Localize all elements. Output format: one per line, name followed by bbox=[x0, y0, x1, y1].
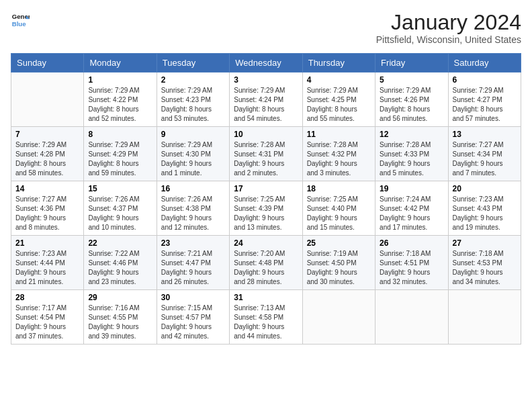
day-info: Sunrise: 7:18 AM Sunset: 4:53 PM Dayligh… bbox=[453, 249, 517, 287]
day-number: 12 bbox=[380, 130, 443, 139]
calendar-week-row: 7Sunrise: 7:29 AM Sunset: 4:28 PM Daylig… bbox=[11, 127, 521, 181]
weekday-header: Monday bbox=[84, 54, 157, 73]
day-info: Sunrise: 7:25 AM Sunset: 4:39 PM Dayligh… bbox=[234, 195, 298, 232]
calendar-cell: 13Sunrise: 7:27 AM Sunset: 4:34 PM Dayli… bbox=[448, 127, 521, 181]
day-info: Sunrise: 7:15 AM Sunset: 4:57 PM Dayligh… bbox=[161, 304, 225, 341]
day-info: Sunrise: 7:27 AM Sunset: 4:36 PM Dayligh… bbox=[15, 195, 79, 232]
calendar-cell: 7Sunrise: 7:29 AM Sunset: 4:28 PM Daylig… bbox=[11, 127, 84, 181]
day-number: 27 bbox=[453, 238, 517, 248]
day-number: 17 bbox=[234, 184, 298, 193]
calendar-cell: 25Sunrise: 7:19 AM Sunset: 4:50 PM Dayli… bbox=[302, 236, 375, 290]
weekday-header: Tuesday bbox=[157, 54, 229, 73]
calendar-header: SundayMondayTuesdayWednesdayThursdayFrid… bbox=[11, 54, 521, 73]
calendar-cell: 27Sunrise: 7:18 AM Sunset: 4:53 PM Dayli… bbox=[448, 236, 521, 290]
location-label: Pittsfield, Wisconsin, United States bbox=[376, 34, 521, 45]
day-info: Sunrise: 7:29 AM Sunset: 4:25 PM Dayligh… bbox=[307, 86, 371, 124]
day-info: Sunrise: 7:17 AM Sunset: 4:54 PM Dayligh… bbox=[15, 304, 79, 341]
day-info: Sunrise: 7:29 AM Sunset: 4:29 PM Dayligh… bbox=[88, 140, 152, 178]
day-number: 7 bbox=[15, 130, 79, 139]
day-number: 18 bbox=[307, 184, 371, 193]
day-info: Sunrise: 7:23 AM Sunset: 4:43 PM Dayligh… bbox=[453, 195, 517, 232]
day-number: 8 bbox=[88, 130, 152, 139]
day-number: 24 bbox=[234, 238, 298, 248]
calendar-cell: 10Sunrise: 7:28 AM Sunset: 4:31 PM Dayli… bbox=[230, 127, 302, 181]
day-info: Sunrise: 7:29 AM Sunset: 4:28 PM Dayligh… bbox=[15, 140, 79, 178]
day-info: Sunrise: 7:23 AM Sunset: 4:44 PM Dayligh… bbox=[15, 249, 79, 287]
day-info: Sunrise: 7:29 AM Sunset: 4:26 PM Dayligh… bbox=[380, 86, 443, 124]
calendar-cell: 6Sunrise: 7:29 AM Sunset: 4:27 PM Daylig… bbox=[448, 73, 521, 127]
day-info: Sunrise: 7:21 AM Sunset: 4:47 PM Dayligh… bbox=[161, 249, 225, 287]
day-number: 1 bbox=[88, 75, 152, 85]
day-info: Sunrise: 7:29 AM Sunset: 4:22 PM Dayligh… bbox=[88, 86, 152, 124]
day-info: Sunrise: 7:29 AM Sunset: 4:30 PM Dayligh… bbox=[161, 140, 225, 178]
calendar-cell: 2Sunrise: 7:29 AM Sunset: 4:23 PM Daylig… bbox=[157, 73, 229, 127]
calendar-cell: 1Sunrise: 7:29 AM Sunset: 4:22 PM Daylig… bbox=[84, 73, 157, 127]
logo: General Blue bbox=[11, 11, 30, 30]
day-info: Sunrise: 7:27 AM Sunset: 4:34 PM Dayligh… bbox=[453, 140, 517, 178]
day-info: Sunrise: 7:16 AM Sunset: 4:55 PM Dayligh… bbox=[88, 304, 152, 341]
calendar-cell: 17Sunrise: 7:25 AM Sunset: 4:39 PM Dayli… bbox=[230, 181, 302, 236]
day-number: 5 bbox=[380, 75, 443, 85]
day-info: Sunrise: 7:28 AM Sunset: 4:31 PM Dayligh… bbox=[234, 140, 298, 178]
calendar-cell: 21Sunrise: 7:23 AM Sunset: 4:44 PM Dayli… bbox=[11, 236, 84, 290]
day-number: 16 bbox=[161, 184, 225, 193]
weekday-header: Friday bbox=[375, 54, 448, 73]
day-number: 11 bbox=[307, 130, 371, 139]
calendar-cell: 9Sunrise: 7:29 AM Sunset: 4:30 PM Daylig… bbox=[157, 127, 229, 181]
calendar-cell bbox=[375, 290, 448, 345]
calendar-cell: 23Sunrise: 7:21 AM Sunset: 4:47 PM Dayli… bbox=[157, 236, 229, 290]
day-number: 20 bbox=[453, 184, 517, 193]
day-number: 31 bbox=[234, 293, 298, 302]
day-number: 19 bbox=[380, 184, 443, 193]
calendar-cell: 22Sunrise: 7:22 AM Sunset: 4:46 PM Dayli… bbox=[84, 236, 157, 290]
day-info: Sunrise: 7:25 AM Sunset: 4:40 PM Dayligh… bbox=[307, 195, 371, 232]
calendar-week-row: 28Sunrise: 7:17 AM Sunset: 4:54 PM Dayli… bbox=[11, 290, 521, 345]
calendar-cell: 11Sunrise: 7:28 AM Sunset: 4:32 PM Dayli… bbox=[302, 127, 375, 181]
title-block: January 2024 Pittsfield, Wisconsin, Unit… bbox=[376, 11, 521, 45]
calendar-cell: 20Sunrise: 7:23 AM Sunset: 4:43 PM Dayli… bbox=[448, 181, 521, 236]
weekday-header: Sunday bbox=[11, 54, 84, 73]
day-number: 3 bbox=[234, 75, 298, 85]
day-number: 30 bbox=[161, 293, 225, 302]
day-number: 2 bbox=[161, 75, 225, 85]
calendar-cell: 5Sunrise: 7:29 AM Sunset: 4:26 PM Daylig… bbox=[375, 73, 448, 127]
calendar-cell bbox=[302, 290, 375, 345]
day-info: Sunrise: 7:19 AM Sunset: 4:50 PM Dayligh… bbox=[307, 249, 371, 287]
day-info: Sunrise: 7:26 AM Sunset: 4:37 PM Dayligh… bbox=[88, 195, 152, 232]
weekday-header: Saturday bbox=[448, 54, 521, 73]
calendar-cell: 31Sunrise: 7:13 AM Sunset: 4:58 PM Dayli… bbox=[230, 290, 302, 345]
day-info: Sunrise: 7:22 AM Sunset: 4:46 PM Dayligh… bbox=[88, 249, 152, 287]
day-number: 4 bbox=[307, 75, 371, 85]
day-number: 29 bbox=[88, 293, 152, 302]
calendar-week-row: 21Sunrise: 7:23 AM Sunset: 4:44 PM Dayli… bbox=[11, 236, 521, 290]
day-number: 25 bbox=[307, 238, 371, 248]
month-title: January 2024 bbox=[376, 11, 521, 34]
day-number: 15 bbox=[88, 184, 152, 193]
calendar-cell: 3Sunrise: 7:29 AM Sunset: 4:24 PM Daylig… bbox=[230, 73, 302, 127]
day-info: Sunrise: 7:26 AM Sunset: 4:38 PM Dayligh… bbox=[161, 195, 225, 232]
day-info: Sunrise: 7:28 AM Sunset: 4:32 PM Dayligh… bbox=[307, 140, 371, 178]
calendar-cell: 12Sunrise: 7:28 AM Sunset: 4:33 PM Dayli… bbox=[375, 127, 448, 181]
weekday-header: Wednesday bbox=[230, 54, 302, 73]
day-number: 23 bbox=[161, 238, 225, 248]
day-info: Sunrise: 7:20 AM Sunset: 4:48 PM Dayligh… bbox=[234, 249, 298, 287]
day-number: 22 bbox=[88, 238, 152, 248]
calendar-cell: 29Sunrise: 7:16 AM Sunset: 4:55 PM Dayli… bbox=[84, 290, 157, 345]
day-info: Sunrise: 7:29 AM Sunset: 4:23 PM Dayligh… bbox=[161, 86, 225, 124]
logo-icon: General Blue bbox=[11, 11, 30, 30]
page-header: General Blue January 2024 Pittsfield, Wi… bbox=[11, 11, 521, 45]
svg-text:Blue: Blue bbox=[12, 20, 26, 28]
calendar-cell: 15Sunrise: 7:26 AM Sunset: 4:37 PM Dayli… bbox=[84, 181, 157, 236]
day-number: 21 bbox=[15, 238, 79, 248]
calendar-cell: 28Sunrise: 7:17 AM Sunset: 4:54 PM Dayli… bbox=[11, 290, 84, 345]
calendar-week-row: 1Sunrise: 7:29 AM Sunset: 4:22 PM Daylig… bbox=[11, 73, 521, 127]
weekday-header: Thursday bbox=[302, 54, 375, 73]
day-number: 10 bbox=[234, 130, 298, 139]
calendar-cell bbox=[11, 73, 84, 127]
calendar-cell: 26Sunrise: 7:18 AM Sunset: 4:51 PM Dayli… bbox=[375, 236, 448, 290]
calendar-cell: 18Sunrise: 7:25 AM Sunset: 4:40 PM Dayli… bbox=[302, 181, 375, 236]
calendar-cell: 4Sunrise: 7:29 AM Sunset: 4:25 PM Daylig… bbox=[302, 73, 375, 127]
day-number: 26 bbox=[380, 238, 443, 248]
day-info: Sunrise: 7:18 AM Sunset: 4:51 PM Dayligh… bbox=[380, 249, 443, 287]
day-number: 6 bbox=[453, 75, 517, 85]
